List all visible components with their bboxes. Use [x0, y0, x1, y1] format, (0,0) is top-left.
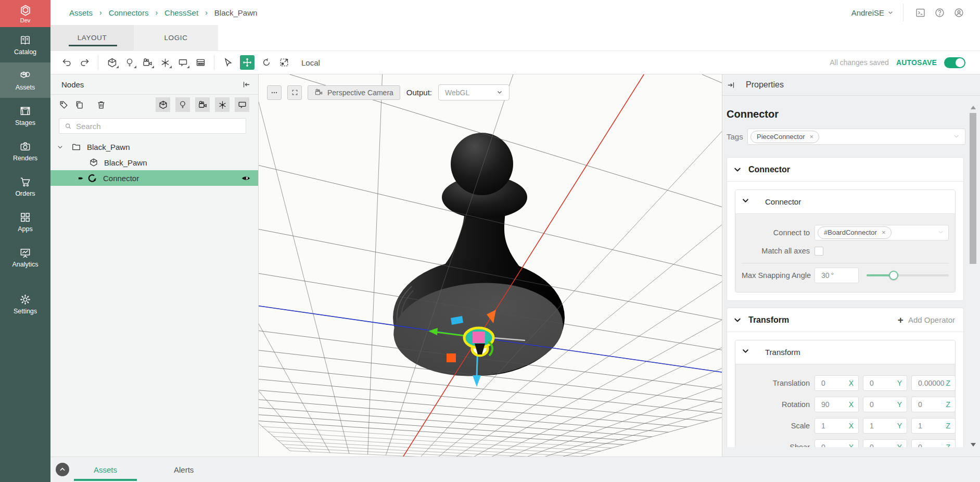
camera-selector-button[interactable]: Perspective Camera	[308, 85, 400, 100]
shear-y-input[interactable]: 0Y	[863, 439, 907, 447]
dev-logo[interactable]: Dev	[0, 0, 50, 27]
add-operator-button[interactable]: + Add Operator	[898, 314, 955, 326]
nodes-tree: Black_Pawn Black_Pawn Connector	[50, 139, 258, 186]
bottom-bar: Assets Alerts	[50, 456, 980, 482]
sidebar-item-orders[interactable]: Orders	[0, 169, 50, 204]
remove-tag-icon[interactable]: ×	[810, 133, 814, 141]
apps-icon	[19, 211, 31, 223]
remove-tag-icon[interactable]: ×	[882, 229, 886, 236]
tag-node-button[interactable]	[56, 97, 71, 112]
delete-node-button[interactable]	[93, 97, 109, 112]
filter-cameras-button[interactable]	[195, 97, 210, 112]
rotation-z-input[interactable]: 0Z	[911, 397, 956, 412]
viewport-3d[interactable]: Perspective Camera Output: WebGL	[259, 74, 722, 456]
value: 1	[918, 422, 922, 430]
add-display-button[interactable]	[192, 55, 209, 70]
match-all-axes-checkbox[interactable]	[814, 247, 823, 256]
rotation-y-input[interactable]: 0Y	[863, 397, 907, 412]
axis-y-label: Y	[897, 400, 902, 409]
caret-down-icon[interactable]	[57, 144, 64, 150]
filter-meshes-button[interactable]	[156, 97, 170, 112]
sidebar-item-renders[interactable]: Renders	[0, 133, 50, 169]
tab-logic[interactable]: LOGIC	[134, 25, 218, 50]
connector-group-body: Connect to #BoardConnector ×	[735, 214, 955, 292]
scrollbar-down-arrow[interactable]	[971, 443, 976, 447]
select-tool-button[interactable]	[219, 55, 237, 70]
transform-section-header[interactable]: Transform + Add Operator	[727, 308, 963, 332]
tree-row-folder[interactable]: Black_Pawn	[50, 139, 258, 155]
nodes-toolbar	[50, 95, 258, 115]
connector-section-header[interactable]: Connector	[727, 158, 963, 182]
autosave-toggle[interactable]	[944, 57, 965, 68]
redo-button[interactable]	[75, 55, 93, 70]
sidebar-item-apps[interactable]: Apps	[0, 204, 50, 239]
chevron-down-icon[interactable]	[887, 9, 894, 16]
sidebar-item-assets[interactable]: Assets	[0, 62, 50, 98]
scale-z-input[interactable]: 1Z	[911, 418, 956, 434]
breadcrumb-assets[interactable]: Assets	[69, 8, 93, 17]
sidebar-item-analytics[interactable]: Analytics	[0, 239, 50, 275]
transform-group-header[interactable]: Transform	[735, 340, 955, 364]
connector-group-header[interactable]: Connector	[735, 190, 955, 214]
undo-button[interactable]	[58, 55, 75, 70]
connect-to-select[interactable]: #BoardConnector ×	[814, 225, 949, 240]
rotation-x-input[interactable]: 90X	[814, 397, 859, 412]
slider-knob[interactable]	[889, 271, 898, 280]
expand-bottom-panel-button[interactable]	[56, 463, 69, 476]
add-mesh-button[interactable]	[103, 55, 121, 70]
renders-icon	[19, 141, 31, 153]
collapse-panel-icon[interactable]	[727, 81, 735, 90]
visibility-eye-icon[interactable]	[241, 173, 251, 183]
scrollbar[interactable]	[970, 106, 976, 447]
add-camera-button[interactable]	[138, 55, 156, 70]
tags-select[interactable]: PieceConnector ×	[747, 129, 965, 145]
output-select[interactable]: WebGL	[438, 84, 510, 100]
duplicate-node-button[interactable]	[71, 97, 87, 112]
bottom-tab-alerts[interactable]: Alerts	[154, 457, 213, 482]
add-annotation-button[interactable]	[174, 55, 192, 70]
move-tool-button[interactable]	[240, 55, 254, 70]
translation-y-input[interactable]: 0Y	[863, 375, 907, 391]
scrollbar-up-arrow[interactable]	[971, 106, 976, 109]
fullscreen-button[interactable]	[287, 85, 302, 100]
viewport-menu-button[interactable]	[267, 85, 282, 100]
scale-y-input[interactable]: 1Y	[863, 418, 907, 434]
coordinate-space-selector[interactable]: Local	[301, 58, 320, 67]
add-light-button[interactable]	[121, 55, 138, 70]
sidebar-item-settings[interactable]: Settings	[0, 286, 50, 322]
shear-z-input[interactable]: 0Z	[911, 439, 956, 447]
sidebar-item-catalog[interactable]: Catalog	[0, 27, 50, 62]
properties-title: Properties	[746, 80, 784, 90]
help-button[interactable]	[934, 7, 945, 18]
bottom-tab-assets[interactable]: Assets	[74, 457, 137, 482]
max-snapping-angle-slider[interactable]	[867, 268, 949, 283]
tree-row-mesh[interactable]: Black_Pawn	[50, 155, 258, 170]
max-snapping-angle-input[interactable]: 30 °	[814, 268, 859, 283]
account-button[interactable]	[953, 7, 964, 18]
scrollbar-thumb[interactable]	[970, 113, 976, 264]
transform-section: Transform + Add Operator Transform	[727, 308, 964, 447]
filter-lights-button[interactable]	[175, 97, 190, 112]
value: 0	[870, 443, 874, 447]
collapse-panel-icon[interactable]	[242, 80, 251, 89]
connector-section: Connector Connector Connect to	[727, 157, 964, 301]
gizmo-center-handle[interactable]	[473, 332, 485, 343]
tree-row-connector[interactable]: Connector	[50, 170, 258, 186]
filter-connectors-button[interactable]	[215, 97, 230, 112]
breadcrumb-chessset[interactable]: ChessSet	[164, 8, 198, 17]
translation-x-input[interactable]: 0X	[814, 375, 859, 391]
breadcrumb-connectors[interactable]: Connectors	[109, 8, 149, 17]
user-menu[interactable]: AndreiSE	[851, 8, 884, 17]
translation-z-input[interactable]: 0.00000Z	[911, 375, 956, 391]
tab-layout[interactable]: LAYOUT	[50, 25, 134, 50]
sidebar-item-stages[interactable]: Stages	[0, 98, 50, 133]
add-connector-button[interactable]	[156, 55, 174, 70]
console-button[interactable]	[915, 7, 926, 18]
scale-tool-button[interactable]	[275, 55, 293, 70]
scale-x-input[interactable]: 1X	[814, 418, 859, 434]
rotate-tool-button[interactable]	[258, 55, 275, 70]
gizmo-plane-handle-orange[interactable]	[447, 353, 456, 362]
search-input[interactable]	[76, 122, 240, 131]
filter-annotations-button[interactable]	[235, 97, 249, 112]
shear-x-input[interactable]: 0X	[814, 439, 859, 447]
